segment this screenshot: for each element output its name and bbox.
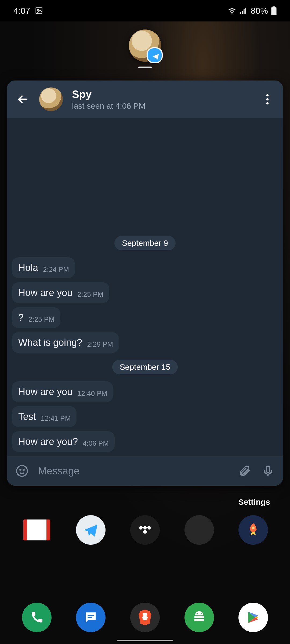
svg-rect-18 bbox=[143, 526, 147, 530]
svg-rect-17 bbox=[139, 526, 143, 530]
message-text: How are you bbox=[18, 287, 73, 299]
message-text: How are you? bbox=[18, 436, 78, 448]
emoji-button[interactable] bbox=[15, 463, 30, 478]
svg-rect-7 bbox=[273, 6, 275, 8]
incoming-message[interactable]: Test 12:41 PM bbox=[12, 406, 77, 427]
message-time: 12:41 PM bbox=[41, 414, 71, 423]
chat-subtitle: last seen at 4:06 PM bbox=[72, 101, 146, 111]
svg-point-21 bbox=[252, 527, 255, 529]
dock bbox=[0, 603, 290, 632]
chat-header: Spy last seen at 4:06 PM bbox=[7, 80, 283, 118]
svg-rect-4 bbox=[244, 9, 245, 14]
chat-title-block[interactable]: Spy last seen at 4:06 PM bbox=[72, 88, 146, 111]
message-time: 2:24 PM bbox=[43, 265, 69, 274]
message-text: ? bbox=[18, 312, 24, 324]
svg-point-11 bbox=[266, 98, 269, 101]
status-bar: 4:07 80% bbox=[0, 0, 290, 21]
home-app-row bbox=[0, 515, 290, 545]
attach-button[interactable] bbox=[237, 463, 252, 478]
incoming-message[interactable]: Hola 2:24 PM bbox=[12, 257, 75, 278]
svg-point-15 bbox=[23, 469, 24, 470]
incoming-message[interactable]: What is going? 2:29 PM bbox=[12, 332, 119, 353]
settings-label[interactable]: Settings bbox=[238, 497, 270, 507]
nav-handle[interactable] bbox=[117, 640, 173, 641]
battery-text: 80% bbox=[251, 6, 268, 16]
telegram-badge-icon bbox=[152, 53, 160, 60]
status-time: 4:07 bbox=[13, 6, 30, 16]
app-folder-icon[interactable] bbox=[184, 515, 214, 545]
launcher-app-icon[interactable] bbox=[238, 515, 268, 545]
messages-app-icon[interactable] bbox=[76, 603, 106, 632]
telegram-app-icon[interactable] bbox=[76, 515, 106, 545]
incoming-message[interactable]: How are you 2:25 PM bbox=[12, 282, 109, 303]
svg-rect-9 bbox=[272, 9, 276, 14]
svg-rect-25 bbox=[194, 619, 204, 621]
svg-rect-3 bbox=[242, 11, 243, 14]
svg-point-27 bbox=[201, 613, 202, 614]
message-text: Test bbox=[18, 411, 36, 423]
wifi-icon bbox=[228, 6, 236, 15]
message-text: Hola bbox=[18, 262, 38, 274]
brave-app-icon[interactable] bbox=[130, 603, 160, 632]
svg-point-26 bbox=[197, 613, 198, 614]
tidal-app-icon[interactable] bbox=[130, 515, 160, 545]
svg-point-12 bbox=[266, 102, 269, 105]
signal-icon bbox=[240, 7, 248, 15]
date-separator: September 15 bbox=[112, 360, 178, 374]
play-store-app-icon[interactable] bbox=[238, 603, 268, 632]
back-button[interactable] bbox=[15, 92, 30, 107]
messages-scroll[interactable]: September 9 Hola 2:24 PM How are you 2:2… bbox=[7, 118, 283, 456]
incoming-message[interactable]: How are you? 4:06 PM bbox=[12, 431, 115, 452]
mic-button[interactable] bbox=[260, 463, 276, 478]
incoming-message[interactable]: How are you 12:40 PM bbox=[12, 381, 113, 402]
svg-rect-5 bbox=[245, 8, 246, 14]
more-options-button[interactable] bbox=[260, 92, 275, 107]
message-text: What is going? bbox=[18, 336, 82, 349]
screenshot-icon bbox=[35, 7, 43, 15]
svg-rect-16 bbox=[266, 466, 270, 473]
gmail-app-icon[interactable] bbox=[22, 515, 52, 545]
message-time: 2:25 PM bbox=[77, 290, 103, 299]
message-time: 4:06 PM bbox=[83, 439, 109, 448]
svg-rect-20 bbox=[143, 530, 147, 534]
chat-panel: Spy last seen at 4:06 PM September 9 Hol… bbox=[7, 80, 283, 486]
message-input[interactable]: Message bbox=[38, 465, 228, 477]
chat-title: Spy bbox=[72, 88, 146, 100]
svg-point-10 bbox=[266, 94, 269, 97]
chat-head-bubble[interactable] bbox=[129, 30, 161, 62]
battery-icon bbox=[271, 6, 277, 15]
message-input-row: Message bbox=[7, 456, 283, 486]
message-time: 2:25 PM bbox=[28, 315, 55, 324]
chat-head-indicator bbox=[138, 67, 152, 68]
phone-app-icon[interactable] bbox=[22, 603, 52, 632]
svg-rect-19 bbox=[147, 526, 151, 530]
svg-rect-2 bbox=[240, 12, 241, 14]
svg-point-14 bbox=[20, 469, 21, 470]
svg-rect-22 bbox=[88, 615, 94, 616]
svg-rect-24 bbox=[194, 616, 204, 618]
chat-avatar[interactable] bbox=[39, 87, 63, 111]
message-text: How are you bbox=[18, 386, 73, 398]
message-time: 2:29 PM bbox=[87, 340, 113, 349]
date-separator: September 9 bbox=[114, 236, 176, 250]
svg-point-1 bbox=[37, 9, 39, 10]
svg-rect-23 bbox=[88, 617, 92, 618]
svg-point-13 bbox=[17, 466, 27, 476]
android-app-icon[interactable] bbox=[184, 603, 214, 632]
message-time: 12:40 PM bbox=[77, 389, 107, 398]
incoming-message[interactable]: ? 2:25 PM bbox=[12, 307, 60, 328]
